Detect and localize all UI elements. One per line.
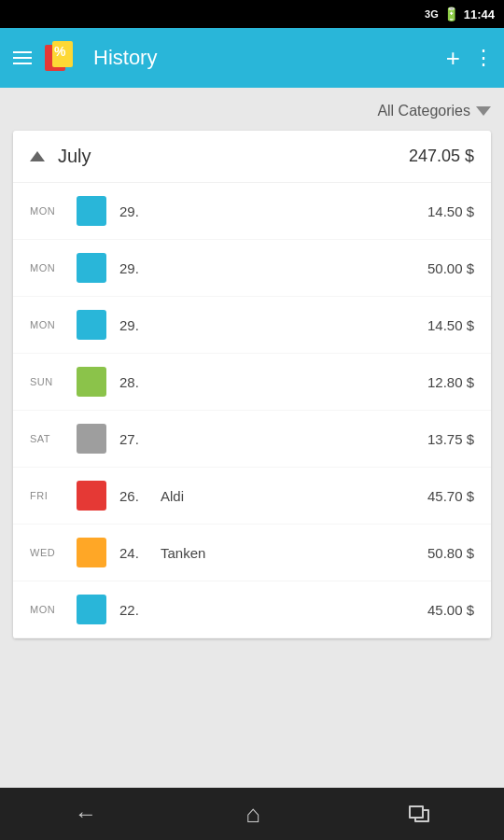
add-button[interactable]: +	[446, 46, 460, 70]
category-color-swatch	[77, 196, 106, 226]
category-color-swatch	[77, 538, 106, 567]
filter-label: All Categories	[377, 103, 470, 119]
transaction-row[interactable]: MON 29. 14.50 $	[13, 183, 491, 240]
day-label: MON	[30, 319, 63, 330]
transaction-row[interactable]: SAT 27. 13.75 $	[13, 411, 491, 468]
day-label: MON	[30, 262, 63, 273]
category-color-swatch	[77, 424, 106, 454]
more-options-button[interactable]: ⋮	[473, 48, 495, 68]
day-label: SAT	[30, 433, 63, 444]
day-number: 28.	[119, 374, 147, 390]
app-bar: % History + ⋮	[0, 28, 504, 88]
day-label: FRI	[30, 490, 63, 501]
transaction-row[interactable]: MON 22. 45.00 $	[13, 581, 491, 638]
content-area: All Categories July 247.05 $ MON 29. 14.…	[0, 88, 504, 788]
app-logo: %	[45, 38, 80, 77]
transaction-row[interactable]: SUN 28. 12.80 $	[13, 354, 491, 411]
hamburger-line	[13, 51, 32, 53]
hamburger-menu-button[interactable]	[9, 48, 35, 68]
app-title: History	[93, 46, 437, 70]
toolbar-actions: + ⋮	[446, 46, 495, 70]
day-label: MON	[30, 205, 63, 217]
battery-icon: 🔋	[443, 7, 459, 21]
day-number: 29.	[119, 203, 147, 219]
hamburger-line	[13, 57, 32, 59]
category-color-swatch	[77, 481, 106, 511]
month-header: July 247.05 $	[13, 131, 491, 183]
home-icon: ⌂	[245, 800, 260, 829]
time-display: 11:44	[464, 7, 495, 21]
filter-row: All Categories	[13, 103, 491, 119]
collapse-month-button[interactable]	[30, 151, 45, 161]
transaction-row[interactable]: WED 24. Tanken 50.80 $	[13, 525, 491, 581]
transaction-row[interactable]: MON 29. 14.50 $	[13, 297, 491, 354]
logo-percent-icon: %	[54, 44, 65, 59]
category-filter-button[interactable]: All Categories	[377, 103, 491, 119]
day-label: MON	[30, 604, 63, 615]
signal-icon: 3G	[425, 8, 439, 20]
recents-icon	[409, 805, 429, 822]
day-number: 29.	[119, 260, 147, 276]
day-number: 27.	[119, 431, 147, 447]
home-button[interactable]: ⌂	[245, 800, 260, 829]
transactions-card: July 247.05 $ MON 29. 14.50 $ MON 29. 50…	[13, 131, 491, 638]
transaction-amount: 45.70 $	[427, 488, 474, 504]
day-number: 29.	[119, 317, 147, 333]
transaction-row[interactable]: MON 29. 50.00 $	[13, 240, 491, 297]
transaction-amount: 14.50 $	[427, 203, 474, 219]
bottom-navigation: ← ⌂	[0, 788, 504, 840]
back-button[interactable]: ←	[75, 801, 97, 827]
transaction-amount: 14.50 $	[427, 317, 474, 333]
recents-button[interactable]	[409, 805, 429, 822]
merchant-name: Tanken	[161, 545, 414, 561]
category-color-swatch	[77, 253, 106, 283]
transaction-amount: 45.00 $	[427, 602, 474, 618]
transaction-row[interactable]: FRI 26. Aldi 45.70 $	[13, 468, 491, 525]
month-total: 247.05 $	[409, 147, 474, 166]
day-number: 26.	[119, 488, 147, 504]
category-color-swatch	[77, 595, 106, 624]
day-label: SUN	[30, 376, 63, 387]
status-bar: 3G 🔋 11:44	[0, 0, 504, 28]
category-color-swatch	[77, 367, 106, 397]
back-icon: ←	[75, 801, 97, 827]
transaction-amount: 13.75 $	[427, 431, 474, 447]
day-number: 24.	[119, 545, 147, 561]
day-number: 22.	[119, 602, 147, 618]
merchant-name: Aldi	[161, 488, 414, 504]
category-color-swatch	[77, 310, 106, 340]
month-name: July	[58, 146, 409, 167]
transaction-amount: 50.00 $	[427, 260, 474, 276]
day-label: WED	[30, 547, 63, 558]
transaction-amount: 50.80 $	[427, 545, 474, 561]
transactions-list: MON 29. 14.50 $ MON 29. 50.00 $ MON 29. …	[13, 183, 491, 638]
transaction-amount: 12.80 $	[427, 374, 474, 390]
hamburger-line	[13, 63, 32, 64]
filter-dropdown-arrow	[476, 106, 491, 116]
